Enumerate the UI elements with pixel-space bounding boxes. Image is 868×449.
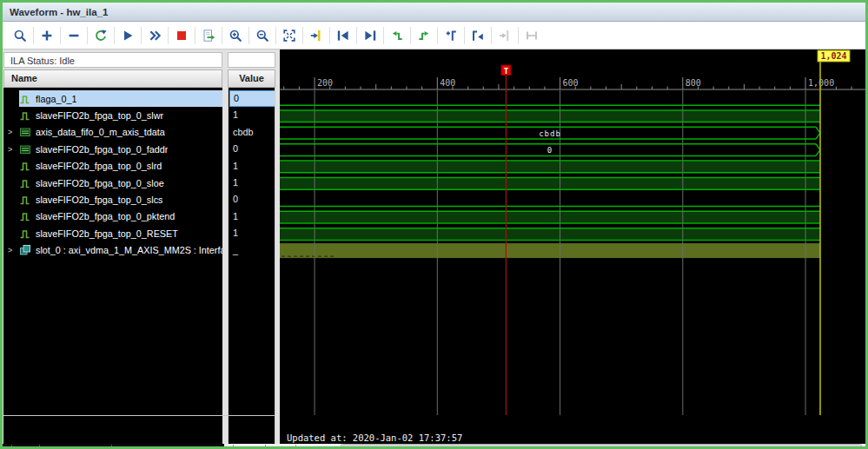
signal-name: slot_0 : axi_vdma_1_M_AXIS_MM2S : Interf… [36, 245, 222, 255]
next-transition-icon [417, 29, 431, 43]
toolbar [3, 22, 865, 50]
bus-signal-icon [19, 126, 31, 138]
value-column-header[interactable]: Value [228, 69, 275, 88]
next-marker-button[interactable] [360, 25, 381, 46]
name-column-header[interactable]: Name [3, 69, 222, 88]
waveform-canvas[interactable]: 2004006008001,000cbdb01,024T Updated at:… [280, 50, 865, 444]
value-column-spacer [228, 52, 275, 68]
zoom-out-button[interactable] [252, 25, 273, 46]
interface-icon [19, 244, 31, 256]
toolbar-separator [141, 27, 142, 44]
interface-wave-fill [280, 243, 820, 258]
signal-name-list: flaga_0_1 slaveFIFO2b_fpga_top_0_slwr> a… [3, 88, 222, 444]
signal-value[interactable]: 1 [229, 158, 275, 175]
signal-row[interactable]: slaveFIFO2b_fpga_top_0_RESET [3, 225, 222, 241]
signal-row[interactable]: flaga_0_1 [3, 90, 222, 107]
export-ila-data-button[interactable] [198, 25, 219, 46]
toolbar-separator [222, 27, 222, 44]
signal-row[interactable]: > axis_data_fifo_0_m_axis_tdata [3, 124, 222, 141]
signal-value[interactable]: 1 [229, 175, 275, 191]
stop-trigger-button[interactable] [171, 25, 192, 46]
add-marker-button[interactable] [306, 25, 327, 46]
previous-marker-button[interactable] [333, 25, 354, 46]
goto-time-start-button[interactable] [441, 25, 461, 46]
toolbar-separator [87, 27, 88, 44]
zoom-fit-button[interactable] [279, 25, 300, 46]
goto-time-end-icon [471, 29, 485, 43]
run-trigger-immediate-icon [121, 29, 135, 43]
signal-name: slaveFIFO2b_fpga_top_0_RESET [36, 228, 178, 239]
waveform-svg: 2004006008001,000cbdb01,024T [280, 50, 865, 444]
signal-name: slaveFIFO2b_fpga_top_0_pktend [36, 211, 175, 221]
bus-value-label: 0 [547, 146, 553, 155]
toolbar-separator [33, 27, 34, 44]
expand-arrow-icon[interactable]: > [3, 128, 19, 136]
updated-timestamp: Updated at: 2020-Jan-02 17:37:57 [287, 432, 462, 443]
wave-fill [280, 178, 820, 188]
signal-row[interactable]: slaveFIFO2b_fpga_top_0_sloe [3, 175, 222, 191]
toolbar-separator [248, 27, 249, 44]
next-transition-button[interactable] [414, 25, 434, 46]
window-title-bar[interactable]: Waveform - hw_ila_1 [3, 3, 865, 22]
zoom-in-button[interactable] [225, 25, 246, 46]
ruler-tick-label: 1,000 [808, 78, 834, 88]
signal-name: slaveFIFO2b_fpga_top_0_slcs [36, 195, 162, 205]
toolbar-separator [491, 27, 492, 44]
bit-signal-icon [19, 194, 31, 206]
run-trigger-immediate-button[interactable] [117, 25, 138, 46]
signal-value[interactable]: 1 [229, 208, 275, 225]
signal-value[interactable]: _ [229, 242, 275, 259]
next-marker-icon [363, 29, 377, 43]
toolbar-separator [275, 27, 276, 44]
run-all-button[interactable] [144, 25, 165, 46]
wave-fill [280, 162, 820, 172]
add-button[interactable] [36, 25, 57, 46]
wave-fill [280, 228, 820, 239]
signal-value-list: 01cbdb011011_ [228, 88, 275, 444]
expand-arrow-icon[interactable]: > [3, 145, 19, 154]
bit-signal-icon [19, 160, 31, 172]
run-trigger-button[interactable] [90, 25, 111, 46]
search-button[interactable] [10, 25, 30, 46]
wave-fill [280, 212, 820, 222]
toolbar-separator [410, 27, 411, 44]
run-trigger-icon [94, 29, 108, 43]
signal-row[interactable]: slaveFIFO2b_fpga_top_0_pktend [3, 208, 222, 225]
waveform-window: Waveform - hw_ila_1 [0, 0, 868, 449]
toolbar-separator [383, 27, 384, 44]
swap-markers-button [521, 25, 542, 46]
signal-name: slaveFIFO2b_fpga_top_0_slwr [36, 110, 163, 121]
left-scrollbar[interactable] [3, 444, 224, 449]
bit-signal-icon [19, 109, 31, 122]
signal-row[interactable]: slaveFIFO2b_fpga_top_0_slwr [3, 107, 222, 123]
previous-marker-icon [336, 29, 350, 43]
signal-value[interactable]: 0 [229, 141, 275, 157]
expand-arrow-icon[interactable]: > [3, 246, 19, 254]
link-cursor-button [494, 25, 515, 46]
previous-transition-icon [390, 29, 404, 43]
goto-time-end-button[interactable] [467, 25, 488, 46]
ruler-tick-label: 600 [563, 78, 579, 88]
signal-value[interactable]: 0 [229, 191, 275, 208]
ila-status-text: ILA Status: Idle [10, 56, 75, 66]
signal-name: slaveFIFO2b_fpga_top_0_slrd [36, 161, 162, 171]
signal-row[interactable]: slaveFIFO2b_fpga_top_0_slcs [3, 191, 222, 208]
signal-value[interactable]: 0 [229, 90, 275, 107]
scrollbar-thumb[interactable] [341, 444, 862, 448]
previous-transition-button[interactable] [387, 25, 407, 46]
signal-value[interactable]: cbdb [229, 124, 275, 141]
signal-row[interactable]: > slot_0 : axi_vdma_1_M_AXIS_MM2S : Inte… [3, 242, 222, 259]
horizontal-scrollbar[interactable] [224, 444, 865, 449]
remove-button[interactable] [63, 25, 84, 46]
bus-signal-icon [19, 143, 31, 155]
signal-row[interactable]: > slaveFIFO2b_fpga_top_0_faddr [3, 141, 222, 157]
toolbar-separator [168, 27, 169, 44]
toolbar-separator [356, 27, 357, 44]
signal-value[interactable]: 1 [229, 107, 275, 123]
signal-value[interactable]: 1 [229, 225, 275, 241]
run-all-icon [148, 29, 162, 43]
signal-panel: ILA Status: Idle Name Value flaga_0_1 sl… [3, 50, 280, 444]
ruler-tick-label: 200 [317, 78, 333, 88]
toolbar-separator [195, 27, 195, 44]
signal-row[interactable]: slaveFIFO2b_fpga_top_0_slrd [3, 158, 222, 175]
